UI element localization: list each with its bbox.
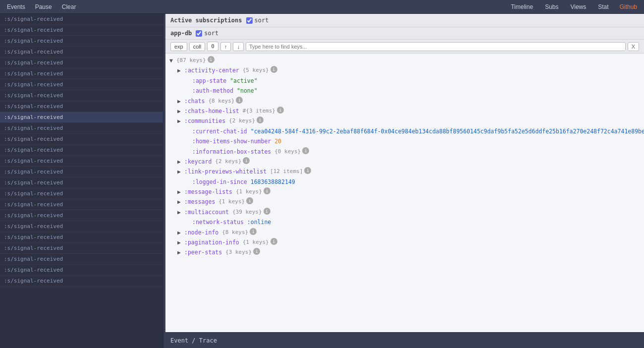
tree-meta-value: {0 keys} (274, 147, 301, 156)
list-item[interactable]: :s/signal-received (0, 221, 163, 232)
list-item[interactable]: :s/signal-received (0, 25, 163, 36)
expand-arrow[interactable]: ▶ (177, 167, 184, 176)
list-item[interactable]: :s/signal-received (0, 276, 163, 287)
info-icon[interactable]: i (270, 66, 277, 73)
expand-arrow[interactable]: ▶ (177, 97, 184, 106)
events-button[interactable]: Events (2, 2, 30, 12)
subs-button[interactable]: Subs (539, 1, 564, 12)
info-icon[interactable]: i (250, 228, 257, 235)
expand-arrow[interactable]: ▶ (177, 66, 184, 75)
views-button[interactable]: Views (564, 1, 592, 12)
collapse-button[interactable]: coll (189, 42, 206, 51)
list-item[interactable]: :s/signal-received (0, 145, 163, 156)
appdb-sort-checkbox[interactable] (196, 30, 202, 37)
root-info-icon[interactable]: i (208, 56, 215, 63)
table-row: ▶:activity-center {5 keys}i (165, 65, 644, 75)
tree-key: :current-chat-id (192, 127, 247, 136)
list-item[interactable]: :s/signal-received (0, 188, 163, 199)
pause-button[interactable]: Pause (30, 2, 57, 12)
tree-meta: {39 keys} (232, 208, 262, 217)
info-icon[interactable]: i (243, 157, 250, 164)
list-item[interactable]: :s/signal-received (0, 58, 163, 68)
tree-value: "cea04248-584f-4316-99c2-2ebaf88f684f-0x… (251, 127, 644, 136)
list-item[interactable]: :s/signal-received (0, 68, 163, 79)
info-icon[interactable]: i (246, 197, 253, 204)
toolbar-right: Timeline Subs Views Stat Github (505, 1, 642, 12)
tree-meta: {2 keys} (229, 116, 255, 125)
list-item[interactable]: :s/signal-received (0, 47, 163, 58)
info-icon[interactable]: i (277, 107, 284, 114)
table-row: ▶:node-info {8 keys}i (165, 228, 644, 237)
tree-key: :network-status (192, 218, 244, 227)
list-item[interactable]: :s/signal-received (0, 90, 163, 101)
tree-key: :message-lists (184, 187, 232, 196)
expand-arrow[interactable]: ▶ (177, 116, 184, 125)
sort-checkbox[interactable] (246, 17, 253, 24)
info-icon[interactable]: i (304, 167, 311, 174)
tree-key: :app-state (192, 76, 226, 85)
appdb-row: app-db sort (165, 27, 644, 40)
root-label: {87 keys} (176, 56, 206, 65)
list-item[interactable]: :s/signal-received (0, 112, 163, 123)
expand-button[interactable]: exp (170, 42, 187, 51)
expand-arrow[interactable]: ▶ (177, 228, 184, 237)
subscriptions-title: Active subscriptions (170, 17, 242, 24)
list-item[interactable]: :s/signal-received (0, 265, 163, 276)
github-button[interactable]: Github (615, 1, 642, 12)
up-arrow-button[interactable]: ↑ (220, 42, 231, 51)
bottom-panel: Event / Trace (165, 332, 644, 348)
info-icon[interactable]: i (257, 116, 264, 123)
tree-value: 1683638882149 (251, 177, 295, 186)
leaf-arrow: ▶ (185, 147, 192, 156)
list-item[interactable]: :s/signal-received (0, 134, 163, 145)
tree-meta: {2 keys} (215, 157, 241, 166)
list-item[interactable]: :s/signal-received (0, 177, 163, 188)
list-item[interactable]: :s/signal-received (0, 199, 163, 210)
table-row: ▶:communities {2 keys}i (165, 116, 644, 126)
list-item[interactable]: :s/signal-received (0, 232, 163, 243)
info-icon[interactable]: i (236, 97, 243, 104)
tree-meta: #{3 items} (243, 107, 275, 116)
main-area: :s/signal-received:s/signal-received:s/s… (0, 14, 644, 348)
list-item[interactable]: :s/signal-received (0, 79, 163, 90)
tree-meta: {1 keys} (218, 197, 245, 206)
list-item[interactable]: :s/signal-received (0, 167, 163, 177)
tree-value: "none" (237, 86, 258, 95)
appdb-sort-checkbox-label[interactable]: sort (196, 30, 218, 37)
expand-arrow[interactable]: ▶ (177, 157, 184, 166)
expand-arrow[interactable]: ▶ (177, 187, 184, 196)
info-icon[interactable]: i (253, 248, 260, 255)
search-input[interactable] (246, 42, 626, 51)
table-row: ▶:auth-method "none" (165, 86, 644, 96)
list-item[interactable]: :s/signal-received (0, 156, 163, 167)
list-item[interactable]: :s/signal-received (0, 14, 163, 25)
table-row: ▶:chats {8 keys}i (165, 96, 644, 106)
info-icon[interactable]: i (302, 147, 309, 154)
list-item[interactable]: :s/signal-received (0, 101, 163, 112)
list-item[interactable]: :s/signal-received (0, 36, 163, 47)
leaf-arrow: ▶ (185, 76, 192, 85)
down-arrow-button[interactable]: ↓ (233, 42, 244, 51)
leaf-arrow: ▶ (185, 127, 192, 136)
root-arrow[interactable]: ▼ (169, 56, 176, 65)
stat-button[interactable]: Stat (592, 1, 614, 12)
expand-arrow[interactable]: ▶ (177, 197, 184, 206)
table-row: ▶:multiaccount {39 keys}i (165, 207, 644, 217)
list-item[interactable]: :s/signal-received (0, 243, 163, 254)
clear-search-button[interactable]: X (628, 42, 639, 51)
expand-arrow[interactable]: ▶ (177, 248, 184, 257)
expand-arrow[interactable]: ▶ (177, 107, 184, 116)
clear-button[interactable]: Clear (57, 2, 81, 12)
expand-arrow[interactable]: ▶ (177, 208, 184, 217)
list-item[interactable]: :s/signal-received (0, 254, 163, 265)
timeline-button[interactable]: Timeline (505, 1, 539, 12)
tree-toolbar: exp coll 0 ↑ ↓ X (165, 40, 644, 54)
info-icon[interactable]: i (264, 208, 270, 215)
list-item[interactable]: :s/signal-received (0, 210, 163, 221)
sort-checkbox-label[interactable]: sort (246, 17, 269, 24)
info-icon[interactable]: i (270, 238, 277, 245)
expand-arrow[interactable]: ▶ (177, 238, 184, 247)
info-icon[interactable]: i (264, 187, 270, 194)
list-item[interactable]: :s/signal-received (0, 123, 163, 134)
sort-label: sort (255, 17, 269, 24)
